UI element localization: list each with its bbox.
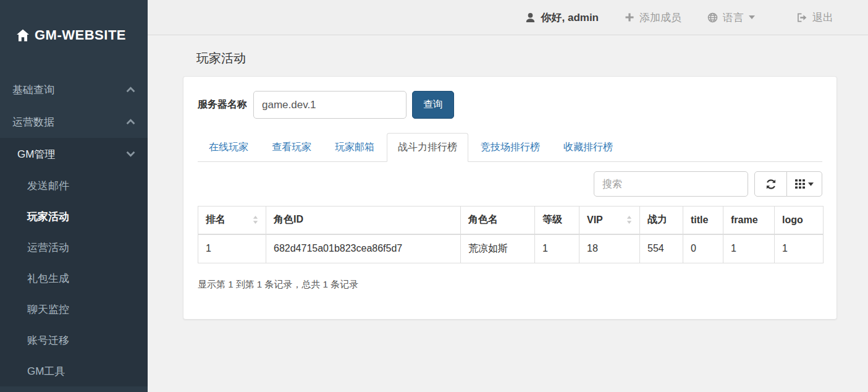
cell-rank: 1 (198, 234, 266, 263)
column-header-level: 等级 (535, 207, 579, 234)
language-dropdown[interactable]: 语言 (707, 11, 755, 25)
cell-role-id: 682d4715a01b823cea86f5d7 (266, 234, 461, 263)
table-row: 1 682d4715a01b823cea86f5d7 荒凉如斯 1 18 554… (198, 234, 824, 263)
query-button[interactable]: 查询 (412, 91, 454, 119)
sidebar-item-chat-monitor[interactable]: 聊天监控 (0, 294, 148, 325)
table-toolbar (198, 171, 822, 197)
brand-label: GM-WEBSITE (35, 27, 126, 43)
refresh-button[interactable] (754, 171, 787, 197)
toolbar-button-group (754, 171, 822, 197)
cell-logo: 1 (775, 234, 824, 263)
chevron-up-icon (126, 119, 135, 125)
columns-grid-icon (795, 179, 805, 189)
page-title: 玩家活动 (196, 50, 868, 67)
search-input[interactable] (594, 171, 748, 197)
panel: 服务器名称 查询 在线玩家 查看玩家 玩家邮箱 战斗力排行榜 竞技场排行榜 收藏… (183, 76, 837, 320)
column-header-vip[interactable]: VIP (579, 207, 640, 234)
user-menu[interactable]: 你好, admin (525, 11, 599, 25)
sidebar-section-gm: GM管理 发送邮件 玩家活动 运营活动 礼包生成 聊天监控 账号迁移 GM工具 (0, 138, 148, 386)
tab-player-mailbox[interactable]: 玩家邮箱 (324, 133, 386, 162)
sidebar-item-label: 运营数据 (12, 115, 54, 129)
cell-level: 1 (535, 234, 579, 263)
cell-frame: 1 (723, 234, 775, 263)
side-menu: 基础查询 运营数据 GM管理 发送邮件 玩家活动 运营活动 礼包生成 (0, 74, 148, 386)
cell-power: 554 (640, 234, 683, 263)
sidebar-item-label: 基础查询 (12, 83, 54, 97)
column-header-power: 战力 (640, 207, 683, 234)
sidebar-submenu: 发送邮件 玩家活动 运营活动 礼包生成 聊天监控 账号迁移 GM工具 (0, 170, 148, 386)
tab-view-players[interactable]: 查看玩家 (261, 133, 322, 162)
add-member-button[interactable]: 添加成员 (625, 11, 681, 25)
sidebar-item-basic-query[interactable]: 基础查询 (0, 74, 148, 106)
cell-title: 0 (683, 234, 723, 263)
sidebar-item-gm-tools[interactable]: GM工具 (0, 356, 148, 386)
top-navbar: 你好, admin 添加成员 语言 退出 (148, 0, 868, 35)
table-header-row: 排名 角色ID 角色名 等级 VIP (198, 207, 824, 234)
sort-icon (253, 216, 258, 224)
sidebar-item-label: GM管理 (17, 147, 55, 161)
language-label: 语言 (723, 11, 744, 25)
tab-power-ranking[interactable]: 战斗力排行榜 (387, 133, 468, 162)
chevron-down-icon (126, 151, 135, 157)
column-header-title: title (683, 207, 723, 234)
tab-bar: 在线玩家 查看玩家 玩家邮箱 战斗力排行榜 竞技场排行榜 收藏排行榜 (198, 133, 822, 162)
cell-vip: 18 (579, 234, 640, 263)
record-summary: 显示第 1 到第 1 条记录，总共 1 条记录 (198, 279, 822, 291)
sidebar-item-gift-generate[interactable]: 礼包生成 (0, 263, 148, 294)
sidebar-item-player-activity[interactable]: 玩家活动 (0, 201, 148, 232)
sidebar-item-account-migrate[interactable]: 账号迁移 (0, 325, 148, 356)
column-header-logo: logo (775, 207, 824, 234)
globe-icon (707, 12, 718, 23)
logout-icon (797, 12, 807, 23)
sidebar: GM-WEBSITE 基础查询 运营数据 GM管理 发送邮件 玩家活动 (0, 0, 148, 392)
column-header-frame: frame (723, 207, 775, 234)
server-name-input[interactable] (253, 91, 407, 119)
server-name-label: 服务器名称 (198, 98, 247, 111)
caret-down-icon (808, 182, 814, 186)
add-member-label: 添加成员 (639, 11, 681, 25)
query-form: 服务器名称 查询 (198, 91, 822, 119)
plus-icon (625, 12, 634, 22)
column-header-role-id: 角色ID (266, 207, 461, 234)
column-header-rank[interactable]: 排名 (198, 207, 266, 234)
caret-down-icon (749, 15, 755, 19)
greeting-label: 你好, admin (541, 11, 599, 25)
tab-online-players[interactable]: 在线玩家 (198, 133, 259, 162)
content: 玩家活动 服务器名称 查询 在线玩家 查看玩家 玩家邮箱 战斗力排行榜 竞技场排… (148, 35, 868, 392)
refresh-icon (765, 179, 777, 190)
columns-dropdown-button[interactable] (786, 171, 822, 197)
sort-icon (626, 216, 632, 224)
brand[interactable]: GM-WEBSITE (0, 0, 148, 43)
tab-collection-ranking[interactable]: 收藏排行榜 (552, 133, 624, 162)
sidebar-item-send-mail[interactable]: 发送邮件 (0, 170, 148, 201)
logout-label: 退出 (812, 11, 833, 25)
home-icon (16, 28, 30, 42)
logout-button[interactable]: 退出 (797, 11, 833, 25)
sidebar-item-operation-data[interactable]: 运营数据 (0, 106, 148, 138)
chevron-up-icon (126, 87, 135, 93)
cell-role-name: 荒凉如斯 (461, 234, 535, 263)
sidebar-item-operation-activity[interactable]: 运营活动 (0, 232, 148, 263)
user-icon (525, 12, 536, 23)
ranking-table: 排名 角色ID 角色名 等级 VIP (198, 206, 824, 263)
tab-arena-ranking[interactable]: 竞技场排行榜 (470, 133, 551, 162)
column-header-role-name: 角色名 (461, 207, 535, 234)
sidebar-item-gm-manage[interactable]: GM管理 (0, 138, 148, 170)
